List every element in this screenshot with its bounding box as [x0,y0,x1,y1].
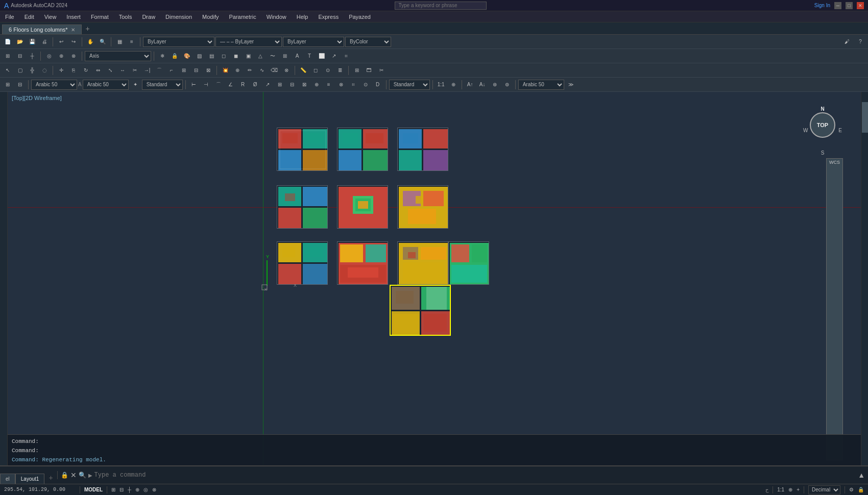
hatch-btn[interactable]: ▨ [194,51,205,62]
polar-btn-status[interactable]: ⊕ [135,487,139,492]
floor-plan-9[interactable] [397,241,448,285]
ortho-btn[interactable]: ┼ [27,51,38,62]
viewport-max-btn[interactable]: ⊕ [448,79,459,90]
annoscale-btn[interactable]: ⊟ [14,79,26,90]
dim-dia-btn[interactable]: Ø [250,79,261,90]
floor-plan-3[interactable] [397,128,448,171]
menu-item-tools[interactable]: Tools [114,13,137,21]
viewport-btn[interactable]: ⊞ [351,65,363,76]
grid-btn-status[interactable]: ⊞ [111,487,115,492]
match-text-btn[interactable]: ✦ [130,79,141,90]
menu-item-express[interactable]: Express [313,13,344,21]
pan-btn[interactable]: ✋ [85,36,96,47]
floor-plan-10[interactable] [448,241,489,285]
text-btn[interactable]: T [304,51,315,62]
chamfer-btn[interactable]: ⌐ [166,65,177,76]
dim-ang-btn[interactable]: ∠ [225,79,236,90]
annosel-btn[interactable]: ⊞ [2,79,13,90]
color-icon[interactable]: 🎨 [181,51,192,62]
color-dropdown[interactable]: ByColor [345,37,391,47]
offset-btn[interactable]: ⊟ [190,65,202,76]
polar-btn[interactable]: ⊕ [56,51,67,62]
boundary-btn[interactable]: ◻ [218,51,229,62]
copy-btn[interactable]: ⎘ [68,65,79,76]
lineweight-dropdown[interactable]: ByLayer [283,37,344,47]
match-prop-btn[interactable]: 🖌 [841,36,853,47]
array-btn[interactable]: ⊞ [178,65,189,76]
tab-add-btn[interactable]: + [82,23,94,34]
linetype-dropdown[interactable]: — – – ByLayer [215,37,282,47]
prop-btn[interactable]: ≡ [126,36,137,47]
plot-style-dropdown[interactable]: Arabic 50 [518,80,564,90]
center-mark-btn[interactable]: ⊙ [360,79,371,90]
mtext-btn[interactable]: A [292,51,303,62]
menu-item-payazed[interactable]: Payazed [344,13,376,21]
layer-name-dropdown[interactable]: Axis [85,51,151,61]
splinedit-btn[interactable]: ∿ [256,65,268,76]
menu-item-modify[interactable]: Modify [197,13,224,21]
menu-item-help[interactable]: Help [292,13,314,21]
lasso-btn[interactable]: ◌ [39,65,50,76]
dim-space-btn[interactable]: ≡ [323,79,334,90]
mirror-btn[interactable]: ⇔ [92,65,104,76]
wipeout-btn[interactable]: ▣ [243,51,254,62]
command-close-btn[interactable]: ✕ [70,471,77,479]
dim-align-btn[interactable]: ⊣ [201,79,212,90]
layer-dropdown[interactable]: ByLayer [143,37,214,47]
area-btn[interactable]: ◻ [310,65,321,76]
window-btn[interactable]: ▢ [14,65,26,76]
tolerance-btn[interactable]: ⌗ [341,51,352,62]
snap-btn-status[interactable]: ⊟ [119,487,124,492]
layout-tab-el[interactable]: el [0,474,15,484]
scroll-thumb[interactable] [862,102,868,133]
dim-break-btn[interactable]: ⊗ [335,79,347,90]
region-btn[interactable]: ◼ [230,51,242,62]
dimordinate-btn[interactable]: ⊕ [311,79,322,90]
cross-btn[interactable]: ╬ [27,65,38,76]
redo-btn[interactable]: ↪ [68,36,79,47]
dim-arc-btn[interactable]: ⌒ [213,79,224,90]
otrack-btn-status[interactable]: ⊗ [152,487,156,492]
floor-plan-1[interactable] [277,128,328,171]
dim-style-2[interactable]: Standard [389,80,430,90]
menu-item-window[interactable]: Window [261,13,292,21]
menu-item-view[interactable]: View [39,13,62,21]
fillet-btn[interactable]: ⌒ [154,65,165,76]
floor-plan-7[interactable] [277,241,328,285]
sign-in-btn[interactable]: Sign In [814,3,830,8]
command-search-btn[interactable]: 🔍 [79,472,86,479]
minimize-btn[interactable]: ─ [834,2,841,9]
lock-icon[interactable]: 🔒 [169,51,180,62]
menu-item-insert[interactable]: Insert [61,13,86,21]
revision-btn[interactable]: △ [255,51,266,62]
qselect-btn[interactable]: ⊛ [489,79,500,90]
stretch-btn[interactable]: ↔ [117,65,128,76]
clip-btn[interactable]: ✂ [376,65,387,76]
menu-item-file[interactable]: File [0,13,19,21]
table-btn[interactable]: ⊞ [279,51,291,62]
menu-item-edit[interactable]: Edit [19,13,39,21]
freeze-btn[interactable]: ❄ [157,51,168,62]
cloudline-btn[interactable]: 〜 [267,51,278,62]
list-btn[interactable]: ≣ [334,65,346,76]
dim-linear-btn[interactable]: ⊢ [188,79,200,90]
dist-btn[interactable]: 📏 [298,65,309,76]
plot-btn[interactable]: 🖨 [39,36,50,47]
dimstyle-btn[interactable]: D [372,79,383,90]
pedit-btn[interactable]: ✏ [244,65,255,76]
model-label[interactable]: MODEL [84,487,103,492]
view3d-btn[interactable]: 🗔 [364,65,375,76]
floor-plan-6[interactable] [397,185,448,229]
maximize-btn[interactable]: □ [846,2,853,9]
layer-btn[interactable]: ▦ [114,36,125,47]
otrack-btn[interactable]: ⊗ [68,51,79,62]
rotate-btn[interactable]: ↻ [80,65,91,76]
undo-btn[interactable]: ↩ [56,36,67,47]
qleader-btn[interactable]: ↗ [262,79,273,90]
dim-style-1[interactable]: Standard [142,80,183,90]
break-btn[interactable]: ⊠ [203,65,214,76]
id-btn[interactable]: ⊙ [322,65,333,76]
osnap-btn[interactable]: ◎ [43,51,55,62]
multileader-btn[interactable]: ↗ [328,51,340,62]
expand-btn[interactable]: + [797,487,800,492]
